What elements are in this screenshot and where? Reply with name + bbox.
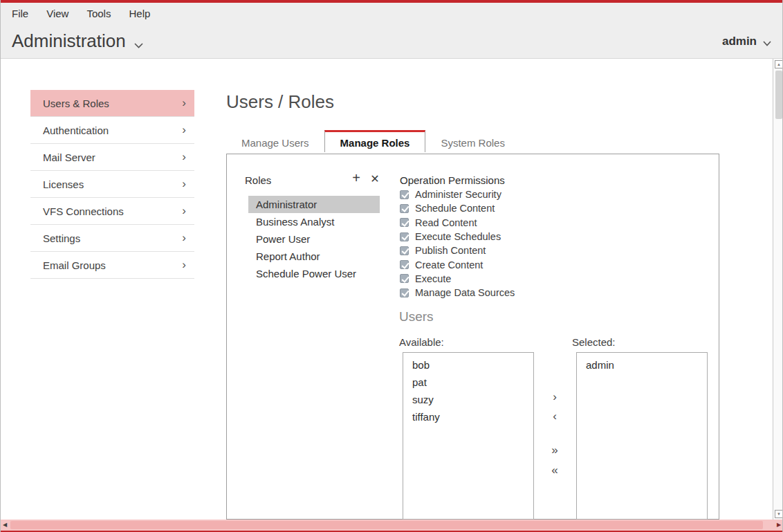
user-menu[interactable]: admin: [722, 33, 771, 50]
available-user-suzy[interactable]: suzy: [403, 391, 533, 408]
available-user-tiffany[interactable]: tiffany: [403, 408, 533, 425]
permission-label: Publish Content: [415, 245, 486, 256]
username: admin: [722, 35, 757, 48]
chevron-right-icon: ›: [182, 231, 186, 245]
sidebar-item-label: Mail Server: [43, 152, 95, 163]
manage-roles-panel: Roles + ✕ Administrator Business Analyst…: [226, 154, 719, 520]
role-item-business-analyst[interactable]: Business Analyst: [248, 213, 380, 230]
checkbox-create-content[interactable]: [400, 260, 409, 269]
available-users-listbox[interactable]: bob pat suzy tiffany: [403, 352, 534, 520]
checkbox-execute[interactable]: [400, 274, 409, 283]
sidebar-item-label: Users & Roles: [43, 98, 109, 109]
chevron-right-icon: ›: [182, 123, 186, 137]
sidebar-item-users-roles[interactable]: Users & Roles ›: [30, 90, 194, 117]
page-title: Administration: [12, 30, 126, 52]
move-left-button[interactable]: ‹: [544, 409, 566, 424]
sidebar-item-email-groups[interactable]: Email Groups ›: [30, 252, 194, 279]
add-role-button[interactable]: +: [349, 170, 364, 186]
tab-manage-users[interactable]: Manage Users: [226, 130, 324, 152]
tab-system-roles[interactable]: System Roles: [425, 130, 520, 152]
sidebar: Users & Roles › Authentication › Mail Se…: [30, 90, 194, 279]
operation-permissions-title: Operation Permissions: [400, 174, 505, 186]
available-user-bob[interactable]: bob: [403, 356, 533, 374]
permission-label: Schedule Content: [415, 203, 495, 214]
chevron-right-icon: ›: [182, 204, 186, 218]
users-section-title: Users: [399, 309, 434, 324]
permission-row: Administer Security: [400, 187, 515, 201]
sidebar-item-label: VFS Connections: [43, 205, 124, 217]
sidebar-item-mail-server[interactable]: Mail Server ›: [30, 144, 194, 171]
sidebar-item-vfs-connections[interactable]: VFS Connections ›: [30, 198, 194, 225]
chevron-down-icon: [763, 36, 771, 50]
permission-label: Administer Security: [415, 189, 501, 200]
sidebar-item-settings[interactable]: Settings ›: [30, 225, 194, 252]
menu-file[interactable]: File: [12, 8, 28, 19]
tab-manage-roles[interactable]: Manage Roles: [324, 130, 426, 152]
selected-label: Selected:: [572, 336, 616, 348]
permission-label: Execute Schedules: [415, 231, 501, 242]
selected-users-listbox[interactable]: admin: [576, 352, 708, 520]
permission-row: Publish Content: [400, 244, 515, 257]
permission-label: Create Content: [415, 259, 483, 270]
chevron-right-icon: ›: [182, 150, 186, 164]
scroll-up-icon[interactable]: ▲: [775, 60, 783, 68]
role-item-schedule-power-user[interactable]: Schedule Power User: [248, 265, 380, 282]
menubar: File View Tools Help: [1, 3, 782, 24]
permission-label: Execute: [415, 273, 451, 284]
administration-menu[interactable]: Administration: [12, 29, 143, 53]
permission-row: Read Content: [400, 216, 515, 230]
menu-tools[interactable]: Tools: [86, 8, 111, 19]
permission-row: Execute: [400, 272, 515, 286]
available-label: Available:: [399, 336, 444, 348]
checkbox-administer-security[interactable]: [400, 190, 409, 199]
available-user-pat[interactable]: pat: [403, 374, 533, 391]
scroll-left-icon[interactable]: ◀: [1, 520, 9, 531]
sidebar-item-label: Email Groups: [43, 259, 106, 271]
delete-role-button[interactable]: ✕: [367, 172, 383, 185]
scroll-down-icon[interactable]: ▼: [775, 510, 783, 518]
vertical-scrollbar-thumb[interactable]: [775, 71, 782, 119]
checkbox-publish-content[interactable]: [400, 246, 409, 255]
sidebar-item-licenses[interactable]: Licenses ›: [30, 171, 194, 198]
roles-list: Administrator Business Analyst Power Use…: [248, 196, 380, 282]
chevron-down-icon: [134, 32, 143, 53]
permission-row: Create Content: [400, 257, 515, 271]
permission-row: Execute Schedules: [400, 230, 515, 244]
chevron-right-icon: ›: [182, 258, 186, 272]
move-all-right-button[interactable]: »: [544, 443, 566, 458]
titlebar: Administration admin: [1, 24, 782, 59]
checkbox-read-content[interactable]: [400, 218, 409, 227]
menu-view[interactable]: View: [46, 8, 68, 19]
selected-user-admin[interactable]: admin: [577, 356, 707, 374]
role-item-report-author[interactable]: Report Author: [248, 248, 380, 265]
checkbox-schedule-content[interactable]: [400, 204, 409, 213]
permission-row: Manage Data Sources: [400, 286, 515, 300]
chevron-right-icon: ›: [182, 177, 186, 191]
sidebar-item-label: Authentication: [43, 125, 109, 136]
move-all-left-button[interactable]: «: [544, 463, 566, 478]
menu-help[interactable]: Help: [129, 8, 150, 19]
checkbox-manage-data-sources[interactable]: [400, 288, 409, 297]
sidebar-item-authentication[interactable]: Authentication ›: [30, 117, 194, 144]
role-item-administrator[interactable]: Administrator: [248, 196, 380, 213]
checkbox-execute-schedules[interactable]: [400, 232, 409, 241]
vertical-scrollbar[interactable]: ▲ ▼: [773, 59, 783, 520]
chevron-right-icon: ›: [182, 96, 186, 110]
scroll-right-icon[interactable]: ▶: [775, 520, 783, 531]
horizontal-scrollbar-thumb[interactable]: [10, 521, 763, 529]
roles-list-title: Roles: [245, 174, 271, 186]
sidebar-item-label: Settings: [43, 232, 80, 244]
section-heading: Users / Roles: [226, 91, 334, 113]
permission-label: Manage Data Sources: [415, 287, 515, 298]
operation-permissions-list: Administer Security Schedule Content Rea…: [400, 187, 515, 300]
role-item-power-user[interactable]: Power User: [248, 230, 380, 248]
horizontal-scrollbar[interactable]: ◀ ▶: [1, 520, 783, 531]
tab-bar: Manage Users Manage Roles System Roles: [226, 130, 520, 152]
sidebar-item-label: Licenses: [43, 178, 84, 190]
move-right-button[interactable]: ›: [544, 389, 566, 405]
permission-row: Schedule Content: [400, 201, 515, 215]
administration-window: File View Tools Help Administration admi…: [0, 0, 783, 532]
permission-label: Read Content: [415, 217, 477, 228]
